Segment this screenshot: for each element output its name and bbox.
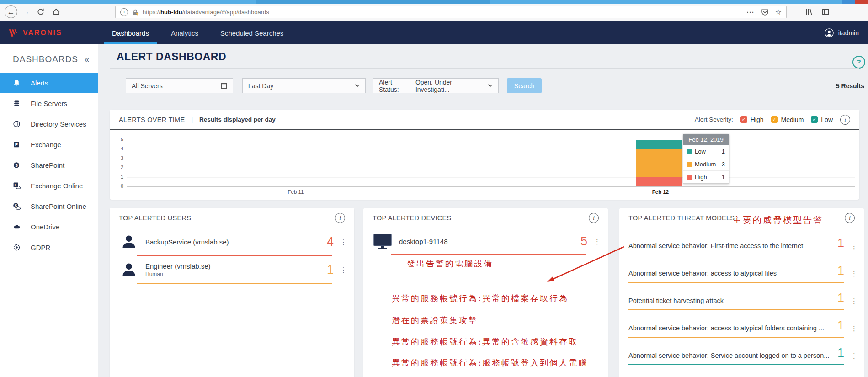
sidebar-item-gdpr[interactable]: GDPR <box>0 237 98 258</box>
user-menu[interactable]: itadmin <box>824 21 868 44</box>
info-icon[interactable]: i <box>589 213 599 223</box>
lock-warning-icon[interactable] <box>132 9 139 16</box>
annotation-translation-line: 異常的服務帳號行為:服務帳號登入到個人電腦 <box>392 357 588 368</box>
sidebar-item-sharepoint-online[interactable]: S SharePoint Online <box>0 196 98 217</box>
severity-underline <box>137 283 332 284</box>
window-close-button[interactable] <box>855 0 868 4</box>
refresh-icon[interactable] <box>37 8 45 16</box>
app-navbar: VARONIS Dashboards Analytics Scheduled S… <box>0 21 868 44</box>
pocket-icon[interactable] <box>761 8 769 16</box>
tab-scheduled-searches[interactable]: Scheduled Searches <box>209 21 294 44</box>
threat-row[interactable]: Abnormal service behavior: First-time ac… <box>619 228 864 255</box>
back-icon[interactable]: ← <box>5 5 17 18</box>
kebab-menu-icon[interactable]: ⋮ <box>851 270 857 277</box>
sidebar-item-onedrive[interactable]: OneDrive <box>0 217 98 237</box>
annotation-translation-line: 異常的服務帳號行為:異常的檔案存取行為 <box>392 293 569 304</box>
servers-filter-dropdown[interactable]: All Servers <box>126 78 233 93</box>
avatar-icon <box>824 28 834 38</box>
panel-title: TOP ALERTED DEVICES <box>373 214 452 222</box>
kebab-menu-icon[interactable]: ⋮ <box>340 239 347 245</box>
bookmark-star-icon[interactable]: ☆ <box>775 8 782 16</box>
sidebar-item-exchange[interactable]: E Exchange <box>0 134 98 155</box>
info-icon[interactable]: i <box>335 213 345 223</box>
sidebar-toggle-icon[interactable] <box>821 8 830 16</box>
x-label-feb11: Feb 11 <box>275 189 316 195</box>
device-row[interactable]: desktop1-91148 5 ⋮ <box>363 228 608 255</box>
user-row[interactable]: Engineer (vrnslab.se)Human 1 ⋮ <box>110 256 354 284</box>
exchange-icon: E <box>13 141 21 149</box>
threat-row[interactable]: Abnormal service behavior: Service accou… <box>619 338 864 365</box>
threat-row[interactable]: Abnormal service behavior: access to aty… <box>619 255 864 283</box>
kebab-menu-icon[interactable]: ⋮ <box>851 352 857 359</box>
annotation-devices-note: 發出告警的電腦設備 <box>407 258 493 269</box>
varonis-logo-text: VARONIS <box>23 29 62 37</box>
kebab-menu-icon[interactable]: ⋮ <box>851 243 857 250</box>
alert-count: 1 <box>327 264 334 276</box>
window-title-strip <box>0 0 868 4</box>
browser-toolbar: ← → i https://hub-idu/datadvantage/#/app… <box>0 4 868 22</box>
high-swatch-icon <box>687 175 692 180</box>
y-tick: 0 <box>112 183 123 189</box>
bar-segment-low <box>636 140 682 149</box>
threat-row[interactable]: Abnormal service behavior: access to aty… <box>619 310 864 338</box>
severity-underline <box>628 364 844 365</box>
sharepoint-online-icon: S <box>13 202 21 210</box>
url-bar[interactable]: i https://hub-idu/datadvantage/#/app/das… <box>115 6 787 18</box>
info-icon[interactable]: i <box>845 213 855 223</box>
sidebar-item-sharepoint[interactable]: S SharePoint <box>0 155 98 175</box>
page-actions-icon[interactable]: ··· <box>747 9 755 16</box>
severity-checkbox-medium[interactable]: ✓Medium <box>771 116 804 123</box>
info-icon[interactable]: i <box>840 115 850 125</box>
navbar-divider <box>91 27 91 39</box>
library-icon[interactable] <box>805 8 813 16</box>
main-content: ALERT DASHBOARD ? All Servers Last Day A… <box>98 44 868 377</box>
window-minimize-button[interactable] <box>842 0 855 4</box>
severity-checkbox-low[interactable]: ✓Low <box>811 116 833 123</box>
exchange-online-icon: E <box>13 182 21 190</box>
severity-underline <box>391 254 586 255</box>
screen: ← → i https://hub-idu/datadvantage/#/app… <box>0 0 868 377</box>
checkbox-checked-icon: ✓ <box>811 116 818 123</box>
kebab-menu-icon[interactable]: ⋮ <box>340 266 347 273</box>
y-tick: 4 <box>112 146 123 151</box>
sidebar-collapse-icon[interactable]: « <box>84 54 92 64</box>
user-icon <box>120 261 138 278</box>
sidebar-item-alerts[interactable]: Alerts <box>0 73 98 93</box>
alerts-over-time-title: ALERTS OVER TIME <box>119 116 185 123</box>
forward-icon[interactable]: → <box>22 8 30 16</box>
user-row[interactable]: BackupService (vrnslab.se) 4 ⋮ <box>110 228 354 256</box>
y-tick: 2 <box>112 165 123 170</box>
svg-text:S: S <box>15 163 18 168</box>
bar-segment-medium <box>636 149 682 177</box>
threat-row[interactable]: Potential ticket harvesting attack 1 ⋮ <box>619 283 864 310</box>
alerts-over-time-panel: ALERTS OVER TIME | Results displayed per… <box>110 110 859 200</box>
stacked-bar-feb12[interactable] <box>636 140 682 186</box>
header-divider <box>110 68 859 69</box>
alert-count: 4 <box>327 236 334 248</box>
x-label-feb12: Feb 12 <box>640 189 681 195</box>
kebab-menu-icon[interactable]: ⋮ <box>851 297 857 304</box>
annotation-translation-line: 異常的服務帳號行為:異常的含敏感資料存取 <box>392 336 578 347</box>
bar-segment-high <box>636 177 682 186</box>
sidebar-item-file-servers[interactable]: File Servers <box>0 93 98 114</box>
tab-dashboards[interactable]: Dashboards <box>101 21 160 44</box>
sidebar-item-directory-services[interactable]: Directory Services <box>0 114 98 134</box>
sidebar-item-exchange-online[interactable]: E Exchange Online <box>0 175 98 196</box>
page-title: ALERT DASHBOARD <box>117 51 226 63</box>
help-icon[interactable]: ? <box>852 56 865 69</box>
home-icon[interactable] <box>52 8 60 16</box>
alerts-over-time-subtitle: Results displayed per day <box>199 116 276 123</box>
svg-text:E: E <box>15 142 18 147</box>
low-swatch-icon <box>687 149 692 154</box>
annotation-translation-line: 潛在的票證蒐集攻擊 <box>392 315 478 326</box>
kebab-menu-icon[interactable]: ⋮ <box>851 325 857 332</box>
user-icon <box>120 234 138 250</box>
severity-checkbox-high[interactable]: ✓High <box>740 116 764 123</box>
tab-analytics[interactable]: Analytics <box>160 21 209 44</box>
time-range-dropdown[interactable]: Last Day <box>242 78 366 93</box>
chevron-down-icon <box>355 84 360 87</box>
search-button[interactable]: Search <box>507 78 542 93</box>
page-info-icon[interactable]: i <box>120 8 128 16</box>
alert-status-dropdown[interactable]: Alert Status: Open, Under Investigati... <box>373 78 499 93</box>
kebab-menu-icon[interactable]: ⋮ <box>594 238 601 245</box>
